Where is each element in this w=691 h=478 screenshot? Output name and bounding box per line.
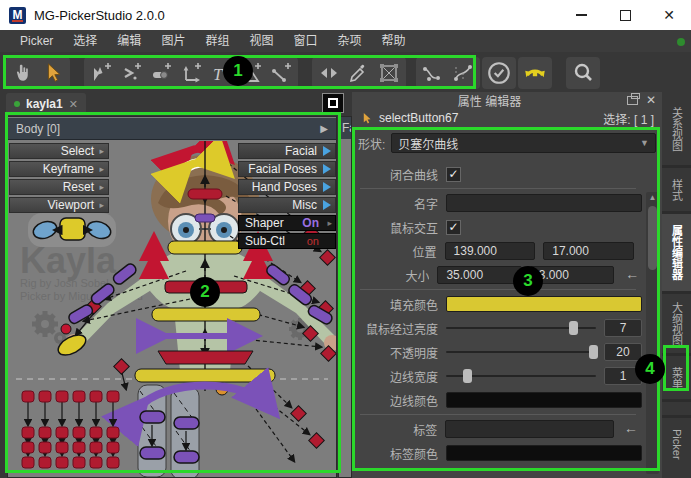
add-move-button-tool-button[interactable] (176, 58, 206, 88)
tab-kayla1[interactable]: kayla1 ✕ (6, 93, 86, 115)
scroll-up-icon[interactable]: ▲ (646, 193, 659, 202)
menu-window[interactable]: 窗口 (283, 30, 327, 52)
add-command-button-tool-button[interactable] (116, 58, 146, 88)
separator (360, 188, 636, 189)
menu-edit[interactable]: 编辑 (107, 30, 151, 52)
mouse-interact-row: 鼠标交互 ✓ (354, 217, 642, 237)
position-x-field[interactable]: 139.000 (445, 242, 536, 260)
slider-handle[interactable] (463, 369, 472, 383)
tab-outline-view[interactable]: 大纲视图 (662, 294, 691, 356)
eye-control-widget[interactable] (28, 213, 116, 247)
size-w-field[interactable]: 35.000 (437, 266, 521, 284)
slider-handle[interactable] (589, 345, 598, 359)
opacity-value[interactable]: 20 (604, 343, 642, 361)
tag-field[interactable] (445, 420, 614, 438)
picker-tab-row: kayla1 ✕ (0, 92, 352, 116)
tab-style[interactable]: 样式 (662, 168, 691, 214)
name-field[interactable] (446, 194, 642, 212)
menu-misc[interactable]: 杂项 (327, 30, 371, 52)
sub-ctl-label: Sub-Ctl (245, 234, 285, 248)
attribute-editor-panel: 属性 编辑器 ✕ selectButton67 选择: [ 1 ] 形状: 贝塞… (352, 92, 662, 478)
viewport-menu-button[interactable]: Viewport▸ (9, 197, 109, 213)
edge-width-slider[interactable] (446, 368, 596, 384)
next-picker-column[interactable]: Fa (338, 116, 352, 478)
menu-group[interactable]: 群组 (195, 30, 239, 52)
slider-track (446, 351, 596, 353)
eyedropper-tool-button[interactable] (344, 58, 374, 88)
hand-pick-tool-button[interactable] (8, 58, 38, 88)
bounds-tool-button[interactable] (374, 58, 404, 88)
misc-label: Misc (292, 198, 317, 212)
tab-relationship-view[interactable]: 关系视图 (662, 92, 691, 168)
page-arrow-icon (323, 164, 331, 174)
shaper-toggle-button[interactable]: Shaper On ▸ (238, 215, 336, 231)
minimize-button[interactable] (559, 0, 603, 30)
float-panel-icon[interactable] (627, 96, 638, 105)
mirror-tool-button[interactable] (314, 58, 344, 88)
facial-page-button[interactable]: Facial (238, 143, 336, 159)
add-slider-button-tool-button[interactable] (146, 58, 176, 88)
search-tool-button[interactable] (568, 58, 598, 88)
sub-ctl-toggle-button[interactable]: Sub-Ctl on (238, 233, 336, 249)
select-cursor-tool-button[interactable] (38, 58, 68, 88)
hand-poses-page-button[interactable]: Hand Poses (238, 179, 336, 195)
menu-picker[interactable]: Picker (10, 30, 63, 52)
position-y-field[interactable]: 17.000 (543, 242, 634, 260)
maximize-button[interactable] (603, 0, 647, 30)
picker-panel: kayla1 ✕ Body [0] ▶ (0, 92, 352, 478)
hover-brightness-value[interactable]: 7 (604, 319, 642, 337)
facial-poses-page-button[interactable]: Facial Poses (238, 161, 336, 177)
tab-menu[interactable]: 菜单 (662, 356, 691, 402)
reset-menu-button[interactable]: Reset▸ (9, 179, 109, 195)
tab-picker[interactable]: Picker (662, 418, 691, 470)
picker-group-header[interactable]: Body [0] ▶ (8, 118, 336, 140)
panel-display-mode-button[interactable] (322, 93, 344, 113)
confirm-tool-button[interactable] (484, 58, 514, 88)
window-title: MG-PickerStudio 2.0.0 (34, 8, 165, 23)
shape-dropdown[interactable]: 贝塞尔曲线 ▼ (391, 133, 656, 153)
tab-attribute-editor[interactable]: 属性编辑器 (662, 214, 691, 294)
curve-tool-button[interactable] (418, 58, 448, 88)
scrollbar-thumb[interactable] (648, 206, 657, 270)
hand-poses-label: Hand Poses (252, 180, 317, 194)
curve-icon (421, 61, 445, 85)
menu-view[interactable]: 视图 (239, 30, 283, 52)
panel-close-icon[interactable]: ✕ (646, 93, 656, 107)
fill-color-swatch[interactable] (446, 296, 642, 312)
tag-color-swatch[interactable] (446, 445, 642, 461)
keyframe-menu-button[interactable]: Keyframe▸ (9, 161, 109, 177)
check-circle-icon (486, 60, 512, 86)
hover-brightness-slider[interactable] (446, 320, 596, 336)
scrollbar[interactable]: ▲ (646, 192, 659, 474)
tag-label: 标签 (354, 421, 437, 438)
picker-canvas: Body [0] ▶ (7, 116, 337, 478)
menu-help[interactable]: 帮助 (371, 30, 415, 52)
toolbar-group-create: T (84, 57, 298, 89)
flip-tool-button[interactable] (520, 58, 550, 88)
add-line-button-tool-button[interactable] (266, 58, 296, 88)
closed-curve-checkbox[interactable]: ✓ (446, 167, 461, 182)
misc-page-button[interactable]: Misc (238, 197, 336, 213)
curve-edit-tool-button[interactable] (448, 58, 478, 88)
attribute-editor-title: 属性 编辑器 (352, 92, 627, 109)
edge-color-swatch[interactable] (446, 392, 642, 408)
select-menu-button[interactable]: Select▸ (9, 143, 109, 159)
tab-gap (662, 402, 691, 418)
revert-size-button[interactable]: ← (622, 266, 642, 284)
mouse-interact-checkbox[interactable]: ✓ (446, 220, 461, 235)
command-button-stack: Select▸ Keyframe▸ Reset▸ Viewport▸ (9, 143, 109, 215)
tab-close-icon[interactable]: ✕ (69, 98, 78, 111)
slider-handle[interactable] (569, 321, 578, 335)
flip-arrows-icon (522, 60, 548, 86)
opacity-slider[interactable] (446, 344, 596, 360)
finger-button-grid[interactable] (22, 391, 119, 468)
next-picker-header: Fa (339, 117, 351, 139)
revert-tag-button[interactable]: ← (620, 420, 642, 438)
submenu-arrow-icon: ▸ (99, 200, 104, 210)
selected-object-name: selectButton67 (379, 111, 458, 125)
toolbar: T (0, 52, 691, 92)
menu-select[interactable]: 选择 (63, 30, 107, 52)
close-button[interactable]: ✕ (647, 0, 691, 30)
menu-image[interactable]: 图片 (151, 30, 195, 52)
add-select-button-tool-button[interactable] (86, 58, 116, 88)
